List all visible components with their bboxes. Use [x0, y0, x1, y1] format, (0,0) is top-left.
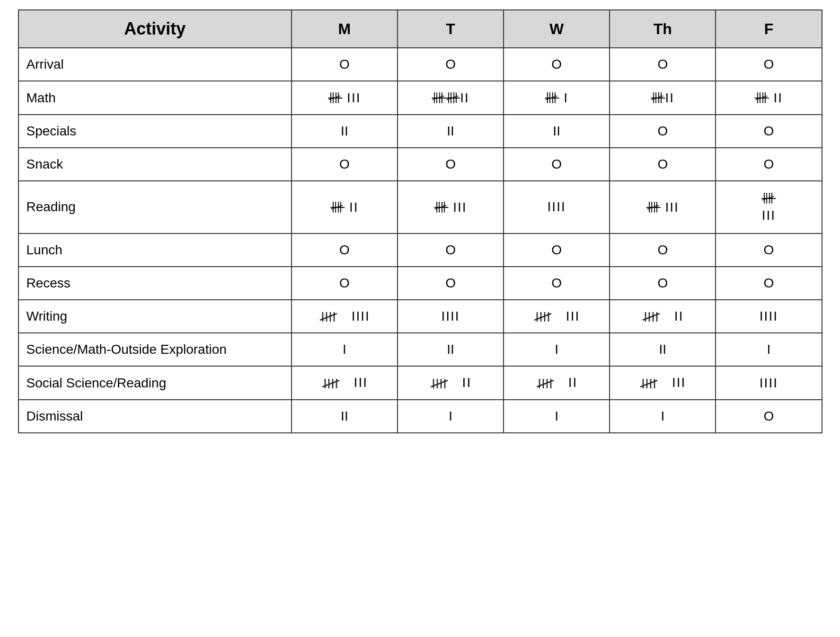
cell-lunch-m: O — [292, 233, 398, 267]
cell-math-f: 𝍸 II — [716, 81, 822, 115]
cell-snack-w: O — [504, 148, 610, 181]
cell-lunch-f: O — [716, 233, 822, 267]
activity-label: Reading — [18, 181, 292, 233]
cell-writing-f: IIII — [716, 300, 822, 333]
table-row: Dismissal II I I I O — [18, 400, 822, 433]
table-row: Math 𝍸 III 𝍸𝍸II 𝍸 I 𝍸II 𝍸 II — [18, 81, 822, 115]
cell-writing-th: II — [610, 300, 716, 333]
cell-lunch-t: O — [398, 233, 504, 267]
cell-specials-m: II — [292, 115, 398, 148]
header-monday: M — [292, 10, 398, 48]
table-row: Writing IIII IIII — [18, 300, 822, 333]
activity-label: Lunch — [18, 233, 292, 267]
cell-arrival-w: O — [504, 48, 610, 81]
cell-math-th: 𝍸II — [610, 81, 716, 115]
activity-label: Science/Math-Outside Exploration — [18, 333, 292, 366]
cell-lunch-w: O — [504, 233, 610, 267]
cell-socsci-th: III — [610, 366, 716, 400]
cell-arrival-f: O — [716, 48, 822, 81]
cell-dismissal-th: I — [610, 400, 716, 433]
cell-specials-th: O — [610, 115, 716, 148]
cell-math-t: 𝍸𝍸II — [398, 81, 504, 115]
cell-dismissal-m: II — [292, 400, 398, 433]
cell-specials-f: O — [716, 115, 822, 148]
activity-label: Writing — [18, 300, 292, 333]
cell-recess-m: O — [292, 267, 398, 300]
cell-reading-t: 𝍸 III — [398, 181, 504, 233]
cell-scimath-f: I — [716, 333, 822, 366]
activity-label: Math — [18, 81, 292, 115]
cell-reading-m: 𝍸 II — [292, 181, 398, 233]
cell-dismissal-t: I — [398, 400, 504, 433]
cell-specials-w: II — [504, 115, 610, 148]
cell-recess-t: O — [398, 267, 504, 300]
activity-label: Snack — [18, 148, 292, 181]
cell-specials-t: II — [398, 115, 504, 148]
table-row: Arrival O O O O O — [18, 48, 822, 81]
cell-arrival-t: O — [398, 48, 504, 81]
cell-socsci-w: II — [504, 366, 610, 400]
header-thursday: Th — [610, 10, 716, 48]
cell-scimath-w: I — [504, 333, 610, 366]
cell-writing-m: IIII — [292, 300, 398, 333]
cell-scimath-t: II — [398, 333, 504, 366]
cell-snack-t: O — [398, 148, 504, 181]
header-friday: F — [716, 10, 822, 48]
cell-snack-m: O — [292, 148, 398, 181]
cell-arrival-th: O — [610, 48, 716, 81]
cell-dismissal-f: O — [716, 400, 822, 433]
activity-label: Dismissal — [18, 400, 292, 433]
table-row: Recess O O O O O — [18, 267, 822, 300]
table-row: Science/Math-Outside Exploration I II I … — [18, 333, 822, 366]
table-row: Lunch O O O O O — [18, 233, 822, 267]
cell-lunch-th: O — [610, 233, 716, 267]
header-wednesday: W — [504, 10, 610, 48]
activity-label: Social Science/Reading — [18, 366, 292, 400]
cell-scimath-m: I — [292, 333, 398, 366]
cell-dismissal-w: I — [504, 400, 610, 433]
header-tuesday: T — [398, 10, 504, 48]
table-row: Reading 𝍸 II 𝍸 III IIII 𝍸 III 𝍸 III — [18, 181, 822, 233]
cell-reading-w: IIII — [504, 181, 610, 233]
cell-socsci-t: II — [398, 366, 504, 400]
cell-reading-f: 𝍸 III — [716, 181, 822, 233]
table-row: Snack O O O O O — [18, 148, 822, 181]
cell-recess-w: O — [504, 267, 610, 300]
table-row: Specials II II II O O — [18, 115, 822, 148]
cell-recess-th: O — [610, 267, 716, 300]
activity-label: Arrival — [18, 48, 292, 81]
header-activity: Activity — [18, 10, 292, 48]
cell-writing-t: IIII — [398, 300, 504, 333]
cell-scimath-th: II — [610, 333, 716, 366]
cell-socsci-f: IIII — [716, 366, 822, 400]
cell-math-m: 𝍸 III — [292, 81, 398, 115]
cell-reading-th: 𝍸 III — [610, 181, 716, 233]
cell-arrival-m: O — [292, 48, 398, 81]
cell-snack-f: O — [716, 148, 822, 181]
cell-math-w: 𝍸 I — [504, 81, 610, 115]
cell-socsci-m: III — [292, 366, 398, 400]
cell-writing-w: III — [504, 300, 610, 333]
cell-recess-f: O — [716, 267, 822, 300]
activity-label: Recess — [18, 267, 292, 300]
cell-snack-th: O — [610, 148, 716, 181]
table-row: Social Science/Reading III — [18, 366, 822, 400]
activity-label: Specials — [18, 115, 292, 148]
